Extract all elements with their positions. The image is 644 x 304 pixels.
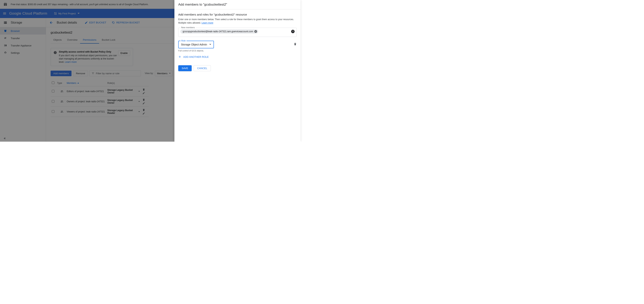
- add-members-panel: Add members to "gcsbuckettest2" Add memb…: [174, 0, 300, 142]
- remove-chip-icon[interactable]: ✕: [254, 30, 257, 33]
- plus-icon: [178, 55, 181, 58]
- learn-more-link[interactable]: Learn more: [202, 22, 213, 24]
- role-select[interactable]: Role Storage Object Admin: [178, 41, 214, 48]
- new-members-field[interactable]: New members gcscopyproductiontest@teak-r…: [178, 28, 297, 37]
- help-icon[interactable]: ?: [291, 30, 294, 33]
- delete-role-icon[interactable]: [294, 41, 297, 46]
- cancel-button[interactable]: CANCEL: [194, 65, 211, 71]
- chevron-down-icon: [209, 44, 211, 45]
- role-field-label: Role: [180, 40, 186, 42]
- new-members-label: New members: [180, 26, 196, 29]
- panel-description: Enter one or more members below. Then se…: [178, 18, 297, 25]
- add-another-role-button[interactable]: ADD ANOTHER ROLE: [178, 55, 297, 58]
- role-hint: Full control of GCS objects.: [178, 50, 297, 52]
- member-chip: gcscopyproductiontest@teak-radio-247321.…: [180, 29, 258, 34]
- svg-rect-38: [179, 57, 181, 57]
- panel-subtitle: Add members and roles for "gcsbuckettest…: [178, 13, 297, 16]
- panel-title: Add members to "gcsbuckettest2": [174, 0, 300, 10]
- save-button[interactable]: SAVE: [178, 65, 192, 71]
